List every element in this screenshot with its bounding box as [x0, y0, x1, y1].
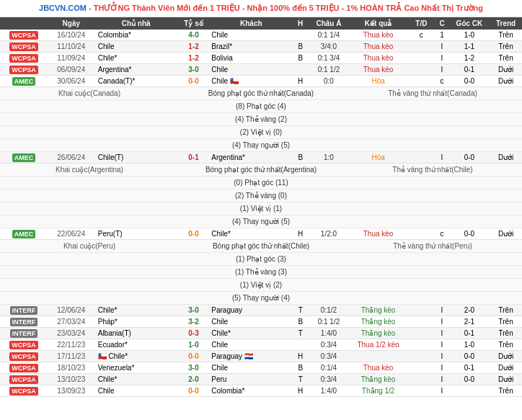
match-h: H: [292, 385, 309, 397]
home-team: Colombia*: [95, 30, 177, 41]
col-date: Ngày: [48, 17, 95, 30]
match-h: B: [292, 152, 309, 164]
detail-content: (0) Phạt góc (11): [0, 177, 522, 189]
match-ou: [407, 76, 435, 87]
away-team: Chile: [210, 316, 292, 328]
match-date: 12/06/24: [48, 305, 95, 316]
detail-content: Khai cuộc(Argentina) Bóng phạt góc thứ n…: [0, 164, 522, 177]
match-score: 1-2: [177, 53, 211, 64]
detail-col1: [4, 293, 174, 303]
comp-badge: WCPSA: [0, 339, 48, 351]
detail-col2: (4) Thay người (5): [176, 217, 346, 226]
detail-col3: [348, 115, 518, 124]
match-date: 11/09/24: [48, 53, 95, 64]
match-trend: Trên: [490, 385, 522, 397]
match-h: T: [292, 305, 309, 316]
match-ou: [407, 53, 435, 64]
match-date: 06/09/24: [48, 64, 95, 76]
match-score: 1-2: [177, 41, 211, 53]
match-ou: [407, 64, 435, 76]
away-team: Chile*: [210, 328, 292, 339]
away-team: Peru: [210, 374, 292, 385]
match-score: 3-0: [177, 64, 211, 76]
detail-col1: Khai cuộc(Canada): [4, 89, 174, 98]
match-odds: 1:4/0: [309, 328, 349, 339]
detail-row: (2) Việt vị (0): [0, 126, 522, 139]
match-odds: 0:3/4: [309, 339, 349, 351]
table-row: AMEC 22/06/24 Peru(T) 0-0 Chile* H 1/2:0…: [0, 228, 522, 240]
comp-badge: WCPSA: [0, 64, 48, 76]
detail-col1: [4, 267, 174, 277]
table-header: Ngày Chủ nhà Tỷ số Khách H Châu Á Kết qu…: [0, 17, 522, 30]
match-ou: [407, 305, 435, 316]
away-team: Paraguay: [210, 305, 292, 316]
match-corner: 0-0: [449, 351, 490, 362]
match-corner: [449, 385, 490, 397]
detail-col3: [348, 293, 518, 303]
detail-col1: [4, 204, 174, 213]
match-corner: 0-1: [449, 328, 490, 339]
home-team: Venezuela*: [95, 362, 177, 374]
match-odds: 0:1 3/4: [309, 53, 349, 64]
home-team: Argentina*: [95, 64, 177, 76]
match-result: Hòa: [349, 152, 408, 164]
detail-col1: [4, 128, 174, 137]
col-level: C: [435, 17, 448, 30]
match-result: Thắng 1/2: [349, 385, 408, 397]
detail-content: (2) Thẻ vàng (0): [0, 189, 522, 202]
match-score: 0-0: [177, 76, 211, 87]
comp-badge: WCPSA: [0, 374, 48, 385]
table-row: WCPSA 17/11/23 🇨🇱 Chile* 0-0 Paraguay 🇵🇾…: [0, 351, 522, 362]
banner-text: JBCVN.COM - THƯỞNG Thành Viên Mới đến 1 …: [39, 4, 483, 12]
match-odds: 0:3/4: [309, 351, 349, 362]
match-level: I: [435, 53, 448, 64]
match-corner: 1-0: [449, 339, 490, 351]
detail-col1: [4, 140, 174, 150]
match-level: 1: [435, 30, 448, 41]
match-ou: [407, 351, 435, 362]
match-trend: Dưới: [490, 228, 522, 240]
match-odds: 0:1/4: [309, 362, 349, 374]
match-date: 16/10/24: [48, 30, 95, 41]
detail-row: Khai cuộc(Argentina) Bóng phạt góc thứ n…: [0, 164, 522, 177]
away-team: Chile*: [210, 228, 292, 240]
match-level: c: [435, 228, 448, 240]
match-result: Thua kèo: [349, 64, 408, 76]
match-corner: 1-0: [449, 30, 490, 41]
table-row: WCPSA 11/10/24 Chile 1-2 Brazil* B 3/4:0…: [0, 41, 522, 53]
comp-badge: AMEC: [0, 76, 48, 87]
comp-badge: WCPSA: [0, 53, 48, 64]
match-score: 2-0: [177, 374, 211, 385]
detail-col3: Thẻ vàng thứ nhất(Peru): [348, 241, 518, 251]
match-odds: 1:4/0: [309, 385, 349, 397]
match-trend: Dưới: [490, 351, 522, 362]
match-corner: 0-1: [449, 64, 490, 76]
detail-col2: (1) Thẻ vàng (3): [176, 267, 346, 277]
table-row: AMEC 30/06/24 Canada(T)* 0-0 Chile 🇨🇱 H …: [0, 76, 522, 87]
detail-col2: (8) Phạt góc (4): [176, 102, 346, 111]
match-date: 13/09/23: [48, 385, 95, 397]
match-result: Thắng kèo: [349, 374, 408, 385]
match-ou: [407, 362, 435, 374]
match-level: I: [435, 362, 448, 374]
home-team: Chile*: [95, 53, 177, 64]
match-ou: [407, 339, 435, 351]
match-date: 30/06/24: [48, 76, 95, 87]
match-ou: [407, 374, 435, 385]
match-ou: c: [407, 30, 435, 41]
match-h: B: [292, 53, 309, 64]
match-level: I: [435, 316, 448, 328]
match-odds: 0:1 1/2: [309, 316, 349, 328]
away-team: Chile: [210, 362, 292, 374]
table-row: WCPSA 18/10/23 Venezuela* 3-0 Chile B 0:…: [0, 362, 522, 374]
table-row: INTERF 27/03/24 Pháp* 3-2 Chile B 0:1 1/…: [0, 316, 522, 328]
detail-content: (2) Việt vị (0): [0, 126, 522, 139]
detail-col2: (0) Phạt góc (11): [176, 178, 346, 187]
banner: JBCVN.COM - THƯỞNG Thành Viên Mới đến 1 …: [0, 0, 522, 17]
match-result: Thắng kèo: [349, 328, 408, 339]
detail-content: (8) Phạt góc (4): [0, 100, 522, 113]
detail-col2: (1) Việt vị (2): [176, 280, 346, 290]
match-level: I: [435, 64, 448, 76]
match-level: I: [435, 305, 448, 316]
detail-row: (0) Phạt góc (11): [0, 177, 522, 189]
